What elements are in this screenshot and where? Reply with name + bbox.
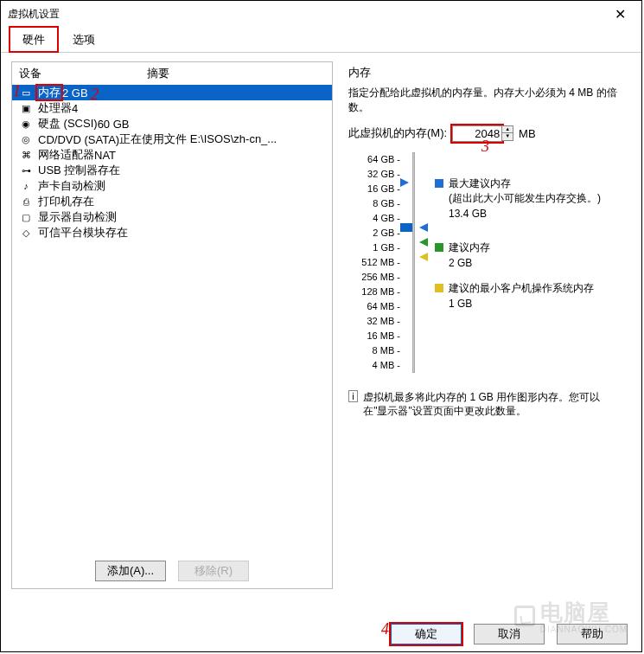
row-label: 硬盘 (SCSI)	[38, 117, 98, 130]
row-label: 声卡	[38, 179, 61, 192]
snd-icon: ♪	[19, 179, 33, 193]
hardware-row-5[interactable]: ⊶USB 控制器存在	[12, 163, 332, 178]
info-icon: i	[348, 390, 358, 402]
legend-min-label: 建议的最小客户机操作系统内存	[449, 281, 594, 296]
tab-row: 硬件 选项	[1, 27, 641, 53]
col-summary: 摘要	[147, 66, 169, 81]
tab-options[interactable]: 选项	[60, 27, 108, 52]
cd-icon: ◎	[19, 132, 33, 146]
row-label: 网络适配器	[38, 148, 94, 161]
row-value: 60 GB	[98, 118, 130, 131]
hardware-row-4[interactable]: ⌘网络适配器NAT	[12, 147, 332, 163]
detail-heading: 内存	[348, 65, 624, 80]
info-text: 虚拟机最多将此内存的 1 GB 用作图形内存。您可以在"显示器"设置页面中更改此…	[363, 390, 624, 420]
row-value: 存在	[105, 225, 128, 240]
hardware-row-0[interactable]: ▭内存2 GB	[12, 85, 332, 100]
row-value: 自动检测	[72, 209, 117, 225]
legend-max-value: 13.4 GB	[449, 208, 601, 220]
row-value: 自动检测	[61, 178, 105, 194]
close-button[interactable]: ✕	[606, 3, 634, 26]
annotation-2: 2	[91, 86, 99, 104]
mon-icon: ▢	[19, 210, 33, 224]
legend-max-icon	[435, 179, 443, 188]
legend-max-note: (超出此大小可能发生内存交换。)	[449, 191, 601, 206]
hardware-row-9[interactable]: ◇可信平台模块存在	[12, 225, 332, 240]
legend-rec-value: 2 GB	[449, 257, 490, 269]
row-value: 2 GB	[62, 87, 88, 99]
unit-label: MB	[519, 127, 536, 140]
row-value: 存在	[98, 163, 120, 178]
memory-field-label: 此虚拟机的内存(M):	[348, 125, 447, 141]
add-button[interactable]: 添加(A)...	[95, 561, 166, 581]
annotation-1: 1	[13, 82, 21, 100]
row-value: 存在	[72, 194, 94, 209]
remove-button: 移除(R)	[178, 561, 249, 581]
hardware-row-6[interactable]: ♪声卡自动检测	[12, 178, 332, 194]
row-label: 内存	[38, 86, 61, 99]
chip-icon: ▭	[19, 86, 33, 99]
memory-stepper[interactable]: ▲▼	[502, 125, 513, 141]
legend-min-value: 1 GB	[449, 298, 594, 310]
annotation-4: 4	[381, 620, 389, 638]
usb-icon: ⊶	[19, 164, 33, 177]
detail-desc: 指定分配给此虚拟机的内存量。内存大小必须为 4 MB 的倍数。	[348, 86, 624, 115]
cpu-icon: ▣	[19, 101, 33, 115]
hardware-row-7[interactable]: ⎙打印机存在	[12, 194, 332, 209]
legend-rec-icon	[435, 243, 443, 252]
watermark: 电脑屋 DIANNAOWU.COM	[514, 598, 628, 634]
hardware-row-2[interactable]: ◉硬盘 (SCSI)60 GB	[12, 116, 332, 131]
row-value: NAT	[94, 149, 116, 162]
net-icon: ⌘	[19, 148, 33, 162]
col-device: 设备	[19, 66, 147, 81]
row-label: CD/DVD (SATA)	[38, 133, 119, 146]
tab-hardware[interactable]: 硬件	[10, 27, 58, 52]
row-label: 打印机	[38, 195, 72, 208]
slider-ticks: 64 GB -32 GB -16 GB -8 GB -4 GB -2 GB -1…	[348, 152, 400, 373]
tpm-icon: ◇	[19, 226, 33, 240]
window-title: 虚拟机设置	[8, 7, 60, 22]
disk-icon: ◉	[19, 117, 33, 131]
prn-icon: ⎙	[19, 195, 33, 208]
ok-button[interactable]: 确定	[391, 624, 462, 644]
row-label: USB 控制器	[38, 164, 98, 176]
hardware-row-8[interactable]: ▢显示器自动检测	[12, 209, 332, 225]
legend-max-label: 最大建议内存	[449, 176, 601, 191]
hardware-row-1[interactable]: ▣处理器4	[12, 100, 332, 116]
row-label: 可信平台模块	[38, 226, 105, 239]
row-label: 显示器	[38, 210, 72, 223]
row-value: 正在使用文件 E:\ISOS\zh-cn_...	[119, 131, 277, 147]
legend-min-icon	[435, 284, 443, 292]
memory-slider[interactable]	[400, 152, 426, 373]
annotation-3: 3	[481, 138, 489, 156]
hardware-list-panel: 设备 摘要 ▭内存2 GB▣处理器4◉硬盘 (SCSI)60 GB◎CD/DVD…	[11, 61, 333, 589]
legend-rec-label: 建议内存	[449, 240, 490, 255]
hardware-row-3[interactable]: ◎CD/DVD (SATA)正在使用文件 E:\ISOS\zh-cn_...	[12, 131, 332, 147]
row-value: 4	[72, 102, 78, 115]
row-label: 处理器	[38, 101, 72, 114]
memory-input[interactable]	[452, 125, 502, 142]
